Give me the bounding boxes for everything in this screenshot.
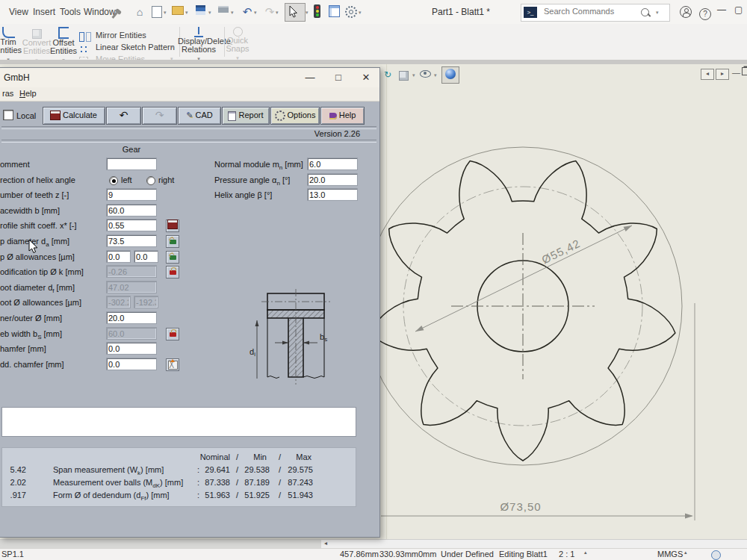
undo-icon[interactable]: ↶ [239, 4, 255, 19]
units-caret[interactable]: ▴ [684, 550, 687, 556]
unit-system[interactable]: MMGS [657, 550, 683, 559]
tip-modification-label: odification tip Ø k [mm] [0, 267, 84, 276]
display-delete-label-2: Relations [182, 45, 216, 54]
addendum-chamfer-label: dd. chamfer [mm] [0, 360, 64, 369]
dimension-pitch-diameter[interactable]: Ø55,42 [414, 223, 633, 334]
profile-shift-input[interactable] [107, 220, 156, 231]
lock-closed-icon [170, 332, 176, 337]
select-caret[interactable]: ▾ [306, 10, 309, 16]
search-commands-box[interactable]: >_ ▾ [521, 4, 670, 22]
helix-right-label: right [158, 175, 174, 184]
addendum-chamfer-input[interactable] [107, 358, 156, 370]
menu-window[interactable]: Window [84, 7, 116, 17]
linear-pattern-caret[interactable]: ▾ [170, 44, 173, 50]
undo-button[interactable]: ↶ [106, 107, 141, 125]
comment-input[interactable] [107, 158, 156, 169]
web-width-lock-button[interactable] [166, 328, 179, 340]
offset-entities-tool[interactable]: Offset Entities ▾ [45, 27, 82, 64]
helix-left-radio[interactable] [109, 176, 118, 185]
tip-allowance-lower-input[interactable] [134, 251, 158, 262]
save-icon[interactable] [196, 3, 205, 18]
message-output-box[interactable] [1, 407, 356, 437]
result-row-label: Measurement over balls (MdK) [mm] [53, 478, 183, 489]
addendum-chamfer-button[interactable] [166, 358, 179, 371]
display-delete-relations-icon [194, 27, 203, 37]
settings-gear-icon[interactable] [345, 4, 357, 21]
dimension-tip-diameter[interactable]: Ø73,50 [381, 303, 695, 520]
open-icon[interactable] [172, 2, 184, 18]
scale-caret[interactable]: ▴ [584, 550, 587, 556]
scroll-left-arrow-icon[interactable]: ◂ [324, 540, 327, 547]
menu-view[interactable]: View [9, 7, 28, 17]
profile-shift-calc-button[interactable] [166, 220, 179, 232]
linear-sketch-pattern[interactable]: Linear Sketch Pattern [96, 43, 175, 52]
helix-left-label: left [121, 175, 132, 184]
print-icon[interactable] [218, 1, 229, 16]
lock-open-icon [170, 255, 176, 260]
save-caret[interactable]: ▾ [208, 10, 211, 16]
tip-diameter-input[interactable] [107, 235, 156, 246]
new-caret[interactable]: ▾ [164, 10, 167, 16]
local-checkbox[interactable] [3, 110, 13, 120]
mirror-entities[interactable]: Mirror Entities [96, 31, 146, 40]
tip-modification-lock-button[interactable] [166, 266, 179, 279]
report-button[interactable]: Report [222, 107, 270, 125]
account-icon[interactable] [680, 6, 692, 21]
menu-insert[interactable]: Insert [33, 7, 55, 17]
dialog-menu-extras[interactable]: ras [2, 89, 13, 98]
result-min: 29.538 [240, 465, 270, 474]
tip-allowances-lock-button[interactable] [166, 251, 179, 264]
result-max: 29.575 [283, 465, 313, 474]
traffic-light-icon[interactable] [314, 4, 320, 21]
select-tool-button[interactable] [285, 3, 306, 22]
chamfer-input[interactable] [107, 343, 156, 354]
help-icon[interactable]: ? [699, 6, 711, 20]
gear-calculator-dialog[interactable]: GmbH — □ ✕ ras Help Local Calculate ↶ ↷ … [0, 67, 380, 538]
dialog-menu-help[interactable]: Help [19, 89, 37, 98]
globe-icon[interactable] [711, 550, 721, 560]
window-maximize[interactable]: ▢ [734, 4, 743, 15]
redo-caret[interactable]: ▾ [276, 10, 279, 16]
slash: / [236, 491, 238, 500]
dim-pitch-text: Ø55,42 [539, 237, 582, 266]
menu-tools[interactable]: Tools [60, 7, 81, 17]
search-input[interactable] [542, 6, 635, 16]
search-caret[interactable]: ▾ [656, 10, 659, 16]
result-min: 87.189 [240, 478, 270, 487]
sheet-scale[interactable]: 2 : 1 [559, 550, 574, 559]
feature-manager-icon[interactable] [329, 4, 340, 20]
web-cross-section-sketch: di bs [247, 289, 370, 386]
quick-snaps-tool: Quick Snaps ▾ [221, 27, 254, 62]
print-caret[interactable]: ▾ [231, 10, 234, 16]
slash: / [279, 452, 281, 461]
dialog-maximize[interactable]: □ [324, 68, 353, 87]
gear-teeth-profile[interactable] [371, 161, 675, 461]
helix-right-radio[interactable] [146, 176, 155, 185]
helix-angle-input[interactable] [308, 189, 357, 200]
normal-module-input[interactable] [308, 158, 357, 169]
normal-module-label: Normal module mn [mm] [214, 160, 303, 171]
pin-icon[interactable] [114, 6, 116, 19]
slash: / [279, 465, 281, 474]
facewidth-input[interactable] [107, 205, 156, 216]
calculate-button[interactable]: Calculate [43, 107, 105, 125]
teeth-count-input[interactable] [107, 189, 156, 200]
inner-outer-diameter-input[interactable] [107, 312, 156, 323]
open-caret[interactable]: ▾ [185, 10, 188, 16]
dialog-close[interactable]: ✕ [353, 68, 379, 87]
new-document-icon[interactable] [152, 6, 162, 21]
dialog-minimize[interactable]: — [296, 68, 324, 87]
options-button[interactable]: Options [270, 107, 320, 125]
help-button[interactable]: Help [320, 107, 365, 125]
cad-button[interactable]: ✎ CAD [178, 107, 221, 125]
result-left-value: 2.02 [1, 478, 26, 487]
dialog-titlebar[interactable]: GmbH — □ ✕ [0, 68, 379, 87]
tip-allowance-upper-input[interactable] [107, 251, 130, 262]
home-icon[interactable]: ⌂ [131, 4, 148, 19]
display-delete-relations-tool[interactable]: Display/Delete Relations ▾ [178, 27, 220, 63]
window-minimize[interactable]: — [717, 4, 726, 15]
undo-caret[interactable]: ▾ [254, 10, 257, 16]
settings-caret[interactable]: ▾ [359, 10, 362, 16]
pressure-angle-input[interactable] [308, 174, 357, 185]
tip-diameter-lock-button[interactable] [166, 235, 179, 248]
